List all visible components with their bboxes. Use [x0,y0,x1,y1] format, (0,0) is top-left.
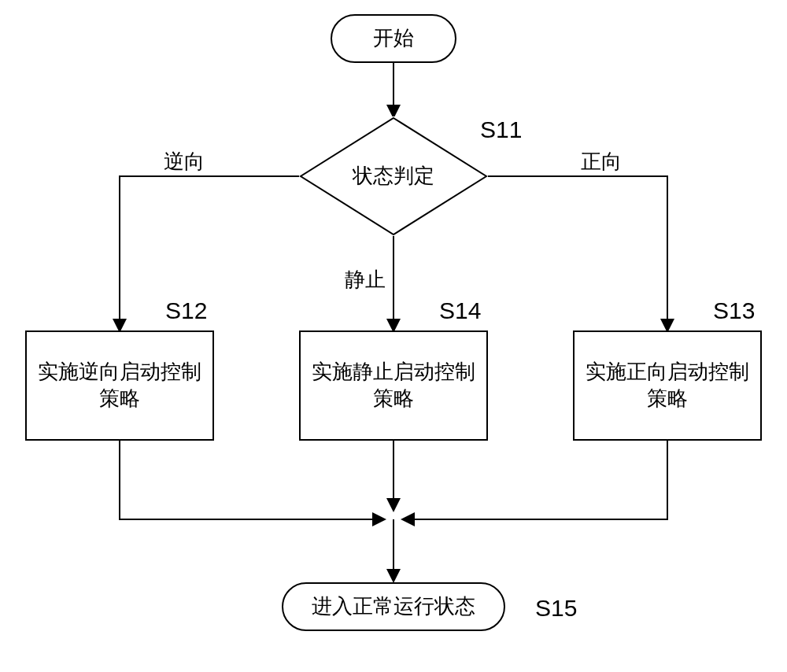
edge-forward-label: 正向 [581,148,622,175]
edge-still-label: 静止 [345,266,386,294]
step-s14-label: S14 [439,297,481,324]
start-node: 开始 [331,14,456,63]
edge-reverse-label: 逆向 [164,148,205,175]
end-node: 进入正常运行状态 [282,582,505,631]
process-s13: 实施正向启动控制策略 [573,330,762,441]
step-s13-label: S13 [713,297,755,324]
process-s12: 实施逆向启动控制策略 [25,330,214,441]
process-s14-label: 实施静止启动控制策略 [307,359,480,412]
start-label: 开始 [373,25,414,52]
step-s15-label: S15 [535,595,577,622]
process-s14: 实施静止启动控制策略 [299,330,488,441]
decision-node: 状态判定 [299,116,488,236]
end-label: 进入正常运行状态 [312,593,475,620]
decision-label: 状态判定 [353,163,434,190]
process-s12-label: 实施逆向启动控制策略 [33,359,206,412]
step-s11-label: S11 [480,116,522,143]
process-s13-label: 实施正向启动控制策略 [581,359,754,412]
step-s12-label: S12 [165,297,207,324]
